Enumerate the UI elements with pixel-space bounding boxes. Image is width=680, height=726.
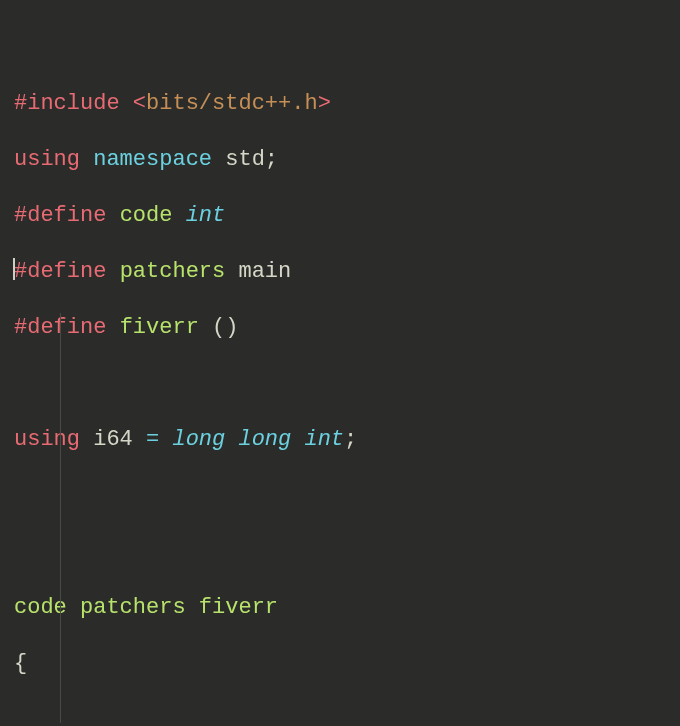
code-line: #define fiverr () [0,314,680,342]
code-line: { [0,650,680,678]
header-name: bits/stdc++.h [146,91,318,116]
macro-patchers: patchers [80,595,186,620]
ident-std: std [225,147,265,172]
indent-guide [60,313,61,723]
preproc-define: #define [14,259,106,284]
semicolon: ; [344,427,357,452]
code-line [0,370,680,398]
type-long: long [238,427,291,452]
type-int: int [186,203,226,228]
kw-using: using [14,427,80,452]
macro-val: () [212,315,238,340]
alias-name: i64 [93,427,133,452]
preproc-include: #include [14,91,120,116]
macro-name: code [120,203,173,228]
code-line [0,482,680,510]
semicolon: ; [265,147,278,172]
macro-fiverr: fiverr [199,595,278,620]
code-line: #define code int [0,202,680,230]
code-line: using namespace std; [0,146,680,174]
angle-close: > [318,91,331,116]
code-line: #include <bits/stdc++.h> [0,90,680,118]
kw-using: using [14,147,80,172]
macro-code: code [14,595,67,620]
macro-name: fiverr [120,315,199,340]
code-line: #define patchers main [0,258,680,286]
code-line [0,538,680,566]
code-line: code patchers fiverr [0,594,680,622]
preproc-define: #define [14,203,106,228]
op-eq: = [146,427,159,452]
macro-val: main [238,259,291,284]
code-line [0,706,680,726]
code-line: using i64 = long long int; [0,426,680,454]
type-long: long [172,427,225,452]
text-cursor [13,258,15,280]
macro-name: patchers [120,259,226,284]
kw-namespace: namespace [93,147,212,172]
type-int: int [304,427,344,452]
brace-open: { [14,651,27,676]
angle-open: < [133,91,146,116]
code-editor[interactable]: #include <bits/stdc++.h> using namespace… [0,0,680,726]
